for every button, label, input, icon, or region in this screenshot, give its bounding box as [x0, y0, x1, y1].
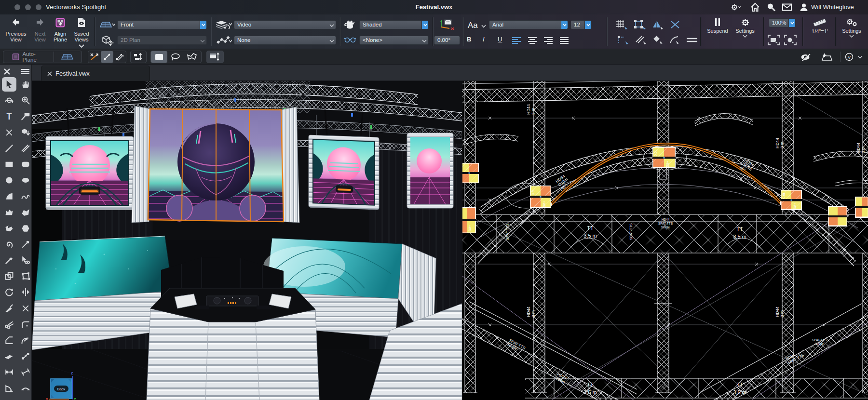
- render-dropdown-button[interactable]: [421, 21, 428, 29]
- led-screen-center[interactable]: [148, 109, 284, 222]
- delete-cross-tool[interactable]: [18, 301, 33, 316]
- view-dropdown[interactable]: Front: [117, 20, 207, 29]
- video-panel[interactable]: 0.6t D8+: [781, 190, 802, 210]
- plan-rotation-icon[interactable]: [102, 35, 114, 47]
- chevron-down-icon[interactable]: [481, 25, 486, 28]
- rounded-rectangle-tool[interactable]: [18, 157, 33, 172]
- snap-tangent-icon[interactable]: [669, 35, 680, 45]
- snap-distance-icon[interactable]: [652, 35, 664, 45]
- next-view-button[interactable]: Next View: [29, 16, 51, 47]
- saved-views-button[interactable]: Saved Views: [70, 16, 93, 47]
- reshape-tool[interactable]: [18, 269, 33, 283]
- scaling-off-button[interactable]: [88, 51, 101, 63]
- extend-arc-tool[interactable]: [18, 333, 33, 347]
- snap-parallel-icon[interactable]: [687, 38, 697, 42]
- align-justify-icon[interactable]: [560, 37, 569, 44]
- move-duplicate-button[interactable]: [131, 51, 145, 63]
- document-tab[interactable]: Festival.vwx: [41, 66, 150, 81]
- rotation-field[interactable]: 0.00°: [434, 36, 460, 45]
- video-panel[interactable]: 0.6t D8+: [652, 147, 676, 168]
- align-right-icon[interactable]: [544, 37, 553, 44]
- snap-intersection-icon[interactable]: [670, 20, 680, 29]
- bottom-horizontal-truss[interactable]: [525, 378, 868, 398]
- double-line-tool[interactable]: [18, 141, 33, 156]
- underline-button[interactable]: U: [498, 36, 502, 43]
- scaling-single-button[interactable]: [101, 51, 113, 63]
- snap-smart-points-icon[interactable]: [617, 35, 629, 45]
- video-panel[interactable]: [855, 197, 868, 218]
- quick-preferences-button[interactable]: Settings: [838, 18, 865, 38]
- layers-icon[interactable]: [216, 20, 232, 29]
- render-dropdown[interactable]: Shaded: [359, 20, 429, 29]
- zoom-dropdown[interactable]: 100%: [769, 18, 796, 27]
- class-dropdown[interactable]: None: [234, 36, 336, 45]
- polygon-marquee-button[interactable]: [184, 51, 200, 63]
- align-plane-button[interactable]: Align Plane: [49, 16, 71, 47]
- zoom-dropdown-button[interactable]: [788, 19, 795, 27]
- 3d-viewport-canvas[interactable]: Back X Y Z: [32, 81, 462, 400]
- rectangle-tool[interactable]: [2, 157, 16, 172]
- suspend-button[interactable]: Suspend: [705, 18, 730, 34]
- zoom-tool[interactable]: [18, 93, 33, 107]
- arc-tool[interactable]: [2, 189, 16, 203]
- regular-polygon-tool[interactable]: [18, 221, 33, 236]
- wand-tool[interactable]: [2, 253, 16, 267]
- pan-tool[interactable]: [18, 77, 33, 92]
- spiral-tool[interactable]: [2, 237, 16, 252]
- palette-menu-icon[interactable]: [21, 69, 29, 74]
- dimension-angled-tool[interactable]: [18, 365, 33, 379]
- home-icon[interactable]: [750, 2, 760, 12]
- font-dropdown-button[interactable]: [561, 21, 568, 29]
- oval-tool[interactable]: [18, 173, 33, 187]
- working-plane-icon[interactable]: [439, 18, 455, 31]
- rectangle-marquee-button[interactable]: [151, 51, 167, 63]
- mail-icon[interactable]: [782, 2, 792, 12]
- select-similar-tool[interactable]: [18, 253, 33, 267]
- current-view-icon[interactable]: [100, 21, 115, 29]
- fit-selection-icon[interactable]: [784, 35, 797, 45]
- view-dropdown-button[interactable]: [200, 21, 206, 29]
- auto-plane-dropdown[interactable]: Auto-Plane: [19, 51, 52, 63]
- user-icon[interactable]: [799, 2, 809, 12]
- wireframe-canvas[interactable]: HD443 m HD443 m HD443 m HD443 m HD443 m …: [462, 81, 868, 400]
- trim-tool[interactable]: [2, 317, 16, 332]
- chevron-down-icon[interactable]: [857, 55, 863, 59]
- text-tool[interactable]: T: [2, 109, 16, 123]
- snap-smart-edge-icon[interactable]: [635, 35, 647, 45]
- scaling-multiple-button[interactable]: [113, 51, 126, 63]
- duplicate-tool[interactable]: [2, 269, 16, 283]
- plan-dropdown[interactable]: 2D Plan: [117, 36, 207, 45]
- plane-mode-icon[interactable]: [12, 53, 19, 61]
- dimension-angular-tool[interactable]: [2, 381, 16, 396]
- circle-tool[interactable]: [2, 173, 16, 187]
- eraser-tool[interactable]: [2, 349, 16, 363]
- video-panel[interactable]: [828, 206, 847, 227]
- video-panel[interactable]: D8+: [462, 207, 476, 233]
- rotate-tool[interactable]: [2, 285, 16, 299]
- class-structure-icon[interactable]: [217, 36, 232, 44]
- search-icon[interactable]: [766, 2, 776, 12]
- version-badge-icon[interactable]: V: [845, 53, 854, 61]
- window-select-button[interactable]: [207, 51, 222, 63]
- knife-tool[interactable]: [2, 301, 16, 316]
- dimension-linear-tool[interactable]: [2, 365, 16, 379]
- video-panel[interactable]: [462, 163, 479, 183]
- selection-tool[interactable]: [2, 77, 16, 92]
- video-panel[interactable]: 0.6t D8+: [530, 186, 551, 208]
- 3d-viewport[interactable]: Back X Y Z: [32, 81, 462, 400]
- fillet-tool[interactable]: [18, 317, 33, 332]
- delete-tool[interactable]: [2, 125, 16, 140]
- connect-tool[interactable]: [18, 349, 33, 363]
- push-pull-tool[interactable]: [18, 125, 33, 140]
- eyedropper-tool[interactable]: [18, 237, 33, 252]
- layer-dropdown[interactable]: Video: [234, 20, 336, 29]
- previous-view-button[interactable]: Previous View: [5, 16, 27, 47]
- stage-deck-left[interactable]: [35, 236, 173, 301]
- snap-grid-icon[interactable]: [616, 20, 628, 29]
- renderworks-glasses-icon[interactable]: [344, 36, 356, 43]
- gear-menu-icon[interactable]: [731, 2, 741, 12]
- size-dropdown-button[interactable]: [584, 21, 591, 29]
- dj-booth[interactable]: [147, 288, 319, 400]
- freehand-tool[interactable]: [18, 189, 33, 203]
- close-palette-icon[interactable]: [4, 69, 10, 74]
